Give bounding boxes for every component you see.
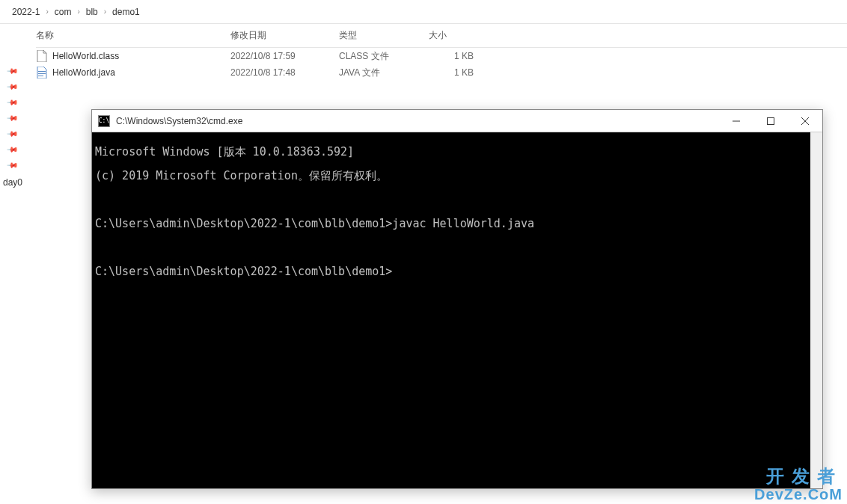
close-button[interactable] (788, 110, 822, 132)
cmd-window[interactable]: C:\ C:\Windows\System32\cmd.exe Microsof… (91, 109, 823, 489)
cmd-titlebar[interactable]: C:\ C:\Windows\System32\cmd.exe (92, 110, 822, 132)
file-name: HelloWorld.java (52, 67, 115, 78)
breadcrumb-item[interactable]: demo1 (109, 7, 143, 17)
file-row[interactable]: HelloWorld.java 2022/10/8 17:48 JAVA 文件 … (36, 64, 847, 81)
chevron-right-icon: › (101, 7, 109, 16)
java-file-icon (36, 67, 48, 79)
breadcrumb[interactable]: 2022-1 › com › blb › demo1 (0, 0, 847, 24)
cmd-line: Microsoft Windows [版本 10.0.18363.592] (95, 146, 807, 158)
file-row[interactable]: HelloWorld.class 2022/10/8 17:59 CLASS 文… (36, 48, 847, 64)
minimize-button[interactable] (719, 110, 753, 132)
column-header-name[interactable]: 名称 (36, 29, 230, 42)
breadcrumb-item[interactable]: blb (83, 7, 101, 17)
file-type: JAVA 文件 (339, 67, 429, 79)
svg-rect-4 (768, 117, 774, 124)
file-type: CLASS 文件 (339, 50, 429, 63)
cmd-line: (c) 2019 Microsoft Corporation。保留所有权利。 (95, 170, 807, 182)
cmd-line (95, 194, 807, 206)
cmd-line (95, 242, 807, 253)
svg-rect-0 (38, 71, 46, 72)
breadcrumb-item[interactable]: 2022-1 (9, 7, 43, 17)
cmd-line: C:\Users\admin\Desktop\2022-1\com\blb\de… (95, 218, 807, 230)
column-headers: 名称 修改日期 类型 大小 (36, 24, 847, 48)
cmd-line: C:\Users\admin\Desktop\2022-1\com\blb\de… (95, 265, 807, 277)
chevron-right-icon: › (74, 7, 82, 16)
cmd-title: C:\Windows\System32\cmd.exe (116, 116, 719, 126)
quick-access-sidebar: 📌 📌 📌 📌 📌 📌 📌 day0 (0, 24, 22, 188)
file-date: 2022/10/8 17:59 (230, 51, 339, 61)
file-size: 1 KB (429, 67, 489, 78)
maximize-button[interactable] (753, 110, 788, 132)
column-header-date[interactable]: 修改日期 (230, 29, 339, 42)
file-size: 1 KB (429, 51, 489, 61)
column-header-type[interactable]: 类型 (339, 29, 429, 42)
file-date: 2022/10/8 17:48 (230, 67, 339, 78)
cmd-terminal[interactable]: Microsoft Windows [版本 10.0.18363.592] (c… (92, 132, 822, 488)
file-icon (36, 50, 48, 62)
column-header-size[interactable]: 大小 (429, 29, 489, 42)
breadcrumb-item[interactable]: com (52, 7, 75, 17)
svg-rect-2 (38, 76, 43, 76)
cmd-icon: C:\ (98, 115, 110, 127)
file-name: HelloWorld.class (52, 51, 119, 61)
chevron-right-icon: › (43, 7, 51, 16)
svg-rect-1 (38, 73, 46, 74)
